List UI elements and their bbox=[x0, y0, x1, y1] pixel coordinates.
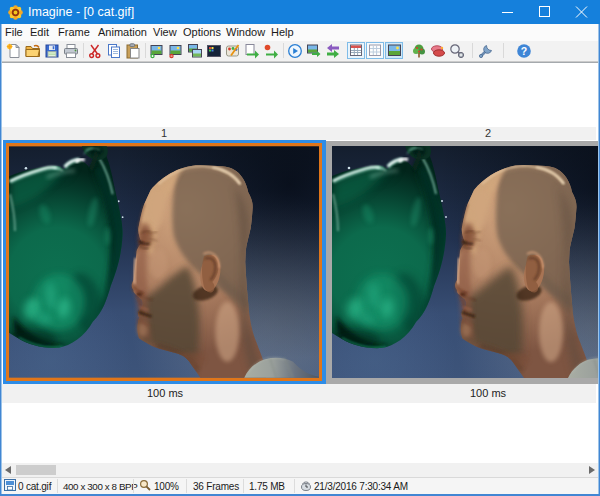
svg-text:?: ? bbox=[521, 45, 527, 57]
